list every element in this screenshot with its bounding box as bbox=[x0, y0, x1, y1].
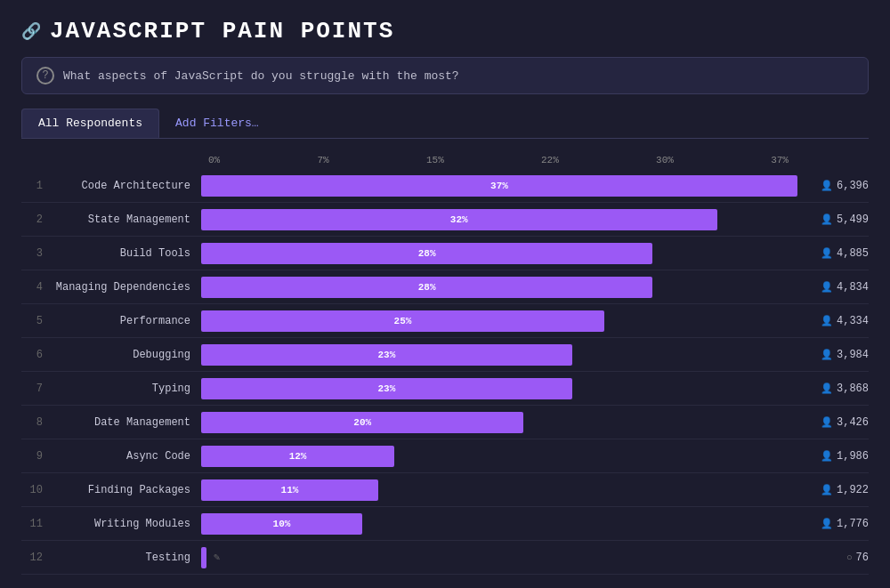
row-label: State Management bbox=[50, 213, 201, 226]
table-row: 8Date Management20%👤3,426 bbox=[21, 406, 869, 439]
person-icon: 👤 bbox=[821, 484, 833, 495]
table-row: 11Writing Modules10%👤1,776 bbox=[21, 507, 869, 541]
bar-container: 28% bbox=[201, 243, 797, 264]
row-label: Code Architecture bbox=[50, 180, 201, 192]
page: 🔗 JAVASCRIPT PAIN POINTS ? What aspects … bbox=[0, 0, 890, 588]
bar-percent-label: 32% bbox=[450, 214, 468, 225]
row-rank: 1 bbox=[21, 180, 43, 192]
row-count: 👤3,984 bbox=[797, 349, 869, 361]
row-rank: 6 bbox=[21, 349, 43, 361]
count-value: 3,868 bbox=[837, 383, 869, 395]
table-row: 3Build Tools28%👤4,885 bbox=[21, 237, 869, 270]
row-label: Date Management bbox=[50, 416, 201, 429]
row-count: 👤1,776 bbox=[797, 518, 869, 530]
bar-percent-label: 10% bbox=[273, 519, 291, 529]
count-value: 4,334 bbox=[837, 315, 869, 327]
person-icon: 👤 bbox=[821, 383, 833, 394]
row-label: Async Code bbox=[50, 450, 201, 463]
row-label: Build Tools bbox=[50, 247, 201, 260]
page-title: JAVASCRIPT PAIN POINTS bbox=[50, 18, 394, 44]
row-rank: 2 bbox=[21, 213, 43, 226]
edit-icon[interactable]: ✎ bbox=[214, 551, 220, 564]
bar-percent-label: 28% bbox=[418, 282, 436, 293]
table-row: 9Async Code12%👤1,986 bbox=[21, 439, 869, 473]
bar: 28% bbox=[201, 277, 652, 298]
table-row: 5Performance25%👤4,334 bbox=[21, 304, 869, 338]
bar: 10% bbox=[201, 513, 362, 535]
row-label: Testing bbox=[50, 552, 201, 564]
bar-percent-label: 28% bbox=[418, 248, 436, 259]
bar: 37% bbox=[201, 175, 797, 197]
question-box: ? What aspects of JavaScript do you stru… bbox=[21, 57, 869, 94]
tab-add-filters[interactable]: Add Filters… bbox=[159, 109, 275, 137]
bar-container: 25% bbox=[201, 310, 797, 332]
count-value: 76 bbox=[856, 552, 869, 564]
row-count: 👤3,426 bbox=[797, 416, 869, 429]
bar: 28% bbox=[201, 243, 652, 264]
chart-rows: 1Code Architecture37%👤6,3962State Manage… bbox=[21, 169, 869, 575]
table-row: 4Managing Dependencies28%👤4,834 bbox=[21, 270, 869, 304]
count-value: 3,426 bbox=[837, 416, 869, 429]
question-text: What aspects of JavaScript do you strugg… bbox=[63, 69, 459, 83]
axis-label-22: 22% bbox=[541, 155, 559, 165]
row-label: Finding Packages bbox=[50, 484, 201, 496]
row-label: Performance bbox=[50, 315, 201, 327]
bar-container: 20% bbox=[201, 412, 797, 433]
row-label: Debugging bbox=[50, 349, 201, 361]
table-row: 1Code Architecture37%👤6,396 bbox=[21, 169, 869, 203]
count-value: 5,499 bbox=[837, 213, 869, 226]
bar-container: 12% bbox=[201, 446, 797, 467]
axis-label-0: 0% bbox=[208, 155, 220, 165]
axis-label-15: 15% bbox=[426, 155, 444, 165]
comment-icon: ○ bbox=[846, 552, 853, 563]
count-value: 4,885 bbox=[837, 247, 869, 260]
count-value: 3,984 bbox=[837, 349, 869, 361]
axis-label-30: 30% bbox=[656, 155, 674, 165]
row-rank: 4 bbox=[21, 281, 43, 294]
person-icon: 👤 bbox=[821, 247, 833, 259]
bar-container: 32% bbox=[201, 209, 797, 230]
tabs-bar: All Respondents Add Filters… bbox=[21, 109, 869, 139]
row-count: 👤4,885 bbox=[797, 247, 869, 260]
count-value: 1,986 bbox=[837, 450, 869, 463]
bar-percent-label: 37% bbox=[490, 181, 508, 191]
person-icon: 👤 bbox=[821, 281, 833, 293]
person-icon: 👤 bbox=[821, 518, 833, 529]
bar: 23% bbox=[201, 344, 572, 366]
bar: 25% bbox=[201, 310, 604, 332]
table-row: 7Typing23%👤3,868 bbox=[21, 372, 869, 406]
bar-percent-label: 25% bbox=[394, 316, 412, 326]
chart-area: 0% 7% 15% 22% 30% 37% 1Code Architecture… bbox=[21, 155, 869, 575]
person-icon: 👤 bbox=[821, 349, 833, 360]
person-icon: 👤 bbox=[821, 450, 833, 462]
person-icon: 👤 bbox=[821, 180, 833, 191]
table-row: 10Finding Packages11%👤1,922 bbox=[21, 473, 869, 507]
link-icon: 🔗 bbox=[21, 21, 41, 41]
bar: 11% bbox=[201, 479, 378, 501]
question-icon: ? bbox=[36, 67, 54, 85]
row-count: 👤1,986 bbox=[797, 450, 869, 463]
bar-percent-label: 23% bbox=[377, 383, 395, 394]
bar-percent-label: 20% bbox=[353, 417, 371, 428]
row-count: 👤3,868 bbox=[797, 383, 869, 395]
bar-container: 23% bbox=[201, 378, 797, 399]
count-value: 6,396 bbox=[837, 180, 869, 192]
bar-percent-label: 11% bbox=[281, 485, 299, 495]
row-rank: 9 bbox=[21, 450, 43, 463]
bar: 20% bbox=[201, 412, 523, 433]
person-icon: 👤 bbox=[821, 213, 833, 225]
row-rank: 8 bbox=[21, 416, 43, 429]
row-rank: 5 bbox=[21, 315, 43, 327]
bar-container: 37% bbox=[201, 175, 797, 197]
bar-container: 10% bbox=[201, 513, 797, 535]
tab-all-respondents[interactable]: All Respondents bbox=[21, 109, 159, 138]
page-header: 🔗 JAVASCRIPT PAIN POINTS bbox=[21, 18, 869, 44]
count-value: 1,776 bbox=[837, 518, 869, 530]
row-rank: 7 bbox=[21, 383, 43, 395]
row-label: Managing Dependencies bbox=[50, 281, 201, 294]
bar: 12% bbox=[201, 446, 394, 467]
row-count: 👤4,834 bbox=[797, 281, 869, 294]
bar: 23% bbox=[201, 378, 572, 399]
person-icon: 👤 bbox=[821, 315, 833, 326]
axis-label-37: 37% bbox=[771, 155, 789, 165]
